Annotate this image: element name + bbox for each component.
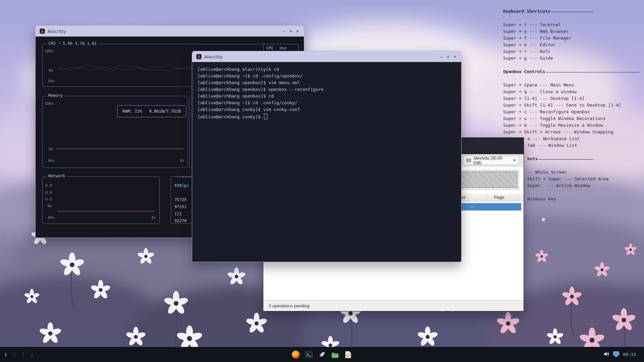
conky-shortcut-line: Super + e --- Editor [503,42,641,48]
network-panel: Network 0.0 0.0 0.0 0b 60s 0s [42,176,160,224]
memory-panel-title: Memory [47,93,64,98]
workspace-2[interactable]: 2 [12,352,17,357]
terminal-window: Alacritty – + × [ablive@archbang alacrit… [192,51,462,262]
terminal-line: [ablive@archbang conky]$ vim conky.conf [198,107,456,114]
terminal-icon[interactable] [305,350,313,359]
network-ylabel-2: 0.0 [45,197,52,201]
network-graph-line [57,211,155,212]
maximize-button[interactable]: + [288,28,293,34]
minimize-button[interactable]: – [282,28,286,34]
terminal-prompt-line: [ablive@archbang conky]$ [198,114,456,120]
conky-shortcut-line: Super + f --- File Manager [503,35,641,42]
taskbar-clock: 09:33 [623,352,636,357]
workspace-1[interactable]: 1 [3,352,8,357]
column-separator [468,193,468,202]
conky-header-rule [546,72,640,72]
terminal-line: [ablive@archbang ~]$ cd .config/conky/ [198,100,456,107]
network-ylabel-1: 0.0 [45,190,52,195]
terminal-titlebar[interactable]: Alacritty – + × [192,51,461,62]
terminal-line: [ablive@archbang openbox]$ vim menu.xml [198,80,456,87]
terminal-line: [ablive@archbang openbox]$ cd [198,94,456,100]
taskbar: 1 2 3 4 09: [0,347,644,362]
conky-shortcut-line: Super + Shift + Arrows --- Window Snappi… [503,129,641,135]
status-text: 0 operations pending [269,303,309,308]
column-separator [518,193,519,202]
conky-shortcut-line: Super + Space --- Main Menu [503,82,641,88]
terminal-line: [ablive@archbang openbox]$ openbox --rec… [198,87,456,94]
gparted-statusbar: 0 operations pending [263,300,524,311]
terminal-line: [ablive@archbang alacritty]$ cd [198,67,456,73]
close-button[interactable]: × [295,28,300,34]
text-editor-icon[interactable] [344,350,353,359]
network-ylabel-3: 0b [47,204,52,208]
conky-shortcut-line: Super + r --- Rofi [503,48,641,55]
volume-icon[interactable] [603,351,609,358]
conky-shortcut-line: Super + u --- Toggle Window Decorations [503,115,641,122]
memory-xright-label: 0s [180,159,184,163]
disk-icon [466,159,471,162]
alacritty-icon [196,54,202,59]
system-tray: 09:33 [603,347,636,362]
file-manager-icon[interactable] [331,350,339,359]
alacritty-icon [40,28,45,34]
launcher-bar [291,347,353,362]
conky-blank-line [503,15,641,21]
conky-header-keyboard-shortcuts: Keyboard Shortcuts [503,8,594,15]
maximize-button[interactable]: + [446,54,450,59]
window-title: Alacritty [48,29,66,34]
processes-panel-title: Proces [175,176,193,178]
cpu-legend-header: CPU Use [266,46,286,50]
row-flags-value: --- [470,204,474,209]
close-button[interactable]: × [452,54,457,59]
cpu-ymax-label: 100% [45,49,54,53]
device-selector[interactable]: /dev/vda (30.00 GiB) [463,156,519,165]
cpu-ymin-label: 0% [49,68,53,73]
conky-shortcut-line: Super + c --- Reconfigure Openbox [503,109,641,115]
rocket-icon[interactable] [318,350,326,359]
minimize-button[interactable]: – [439,54,444,59]
network-ylabel-0: 0.0 [45,183,52,188]
firefox-icon[interactable] [291,350,300,359]
window-title: Alacritty [204,54,222,59]
network-xleft-label: 60s [48,216,55,220]
terminal-line: [ablive@archbang ~]$ cd .config/openbox/ [198,73,456,80]
conky-shortcut-line: Super + w --- Web Browser [503,28,641,35]
chevron-down-icon [513,160,516,161]
network-panel-title: Network [47,174,67,178]
prompt-text: [ablive@archbang conky]$ [198,114,263,119]
workspace-4[interactable]: 4 [30,352,34,357]
conky-header-rule [551,12,594,12]
process-row[interactable]: 112 [174,212,182,216]
memory-graph-line [57,148,183,149]
conky-shortcut-line: Super + Shift [1-4] --- Send to Desktop … [503,102,641,109]
device-selector-value: /dev/vda (30.00 GiB) [473,156,511,165]
conky-header-rule [538,159,594,160]
memory-xleft-label: 60s [48,159,55,163]
conky-shortcut-line: Super + g --- Guide [503,55,641,62]
network-xright-label: 0s [152,216,156,220]
conky-header-openbox-controls: Openbox Controls [503,68,640,75]
memory-panel: Memory 100% 0% 60s 0s RAM: 11% 0.8GiB/7.… [42,96,188,168]
conky-blank-line [503,62,641,68]
display-icon[interactable] [613,351,620,358]
memory-ymax-label: 100% [45,102,54,106]
conky-shortcut-line: Super + q --- Close a window [503,88,641,95]
memory-ymin-label: 0% [49,147,53,152]
cpu-xleft-label: 60s [48,79,55,83]
pid-column-header[interactable]: PID(p) [174,183,189,188]
process-row[interactable]: 92270 [174,219,186,223]
cpu-panel-title: CPU ─ 5.00 3.76 1.81 [47,41,99,46]
conky-shortcut-line: Super + m --- Toggle Maximize a Window [503,122,641,129]
monitor-titlebar[interactable]: Alacritty – + × [36,26,304,37]
terminal-cursor [264,114,267,119]
conky-blank-line [503,75,641,82]
workspace-pager: 1 2 3 4 [3,347,34,362]
ram-legend: RAM: 11% 0.8GiB/7.7GiB [117,105,186,117]
terminal-content[interactable]: [ablive@archbang alacritty]$ cd [ablive@… [192,62,461,262]
process-row[interactable]: 75735 [174,197,186,202]
conky-shortcut-line: Super + t --- Terminal [503,21,641,28]
column-flags[interactable]: Flags [494,195,504,200]
process-row[interactable]: 97151 [174,204,186,209]
workspace-3[interactable]: 3 [21,352,25,357]
conky-shortcut-line: Super + [1-4] --- Desktop [1-4] [503,95,641,102]
